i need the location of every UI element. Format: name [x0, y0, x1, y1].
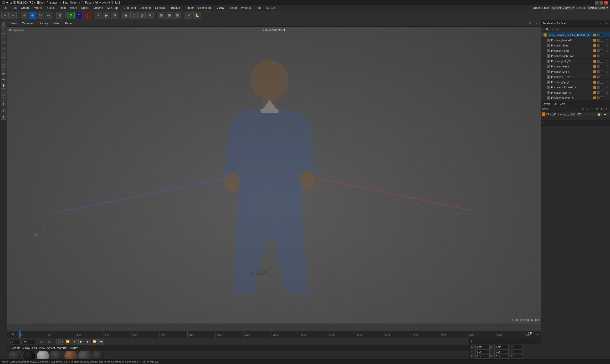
scale-tool-button[interactable]: ⇔ — [45, 12, 52, 19]
menu-simulate[interactable]: Simulate — [153, 6, 168, 10]
menu-select[interactable]: Select — [45, 6, 56, 10]
vp-pin[interactable]: 📌 — [528, 21, 532, 26]
next-frame-button[interactable]: ⏩ — [92, 339, 97, 344]
add-tool-button[interactable]: ⊞ — [56, 12, 63, 19]
layer-cam-0[interactable]: 📷 — [577, 113, 582, 116]
menu-create[interactable]: Create — [19, 6, 31, 10]
sidebar-spline[interactable]: ~ — [1, 89, 6, 95]
sidebar-select[interactable]: □ — [1, 27, 6, 33]
move-tool-button[interactable]: ✛ — [21, 12, 28, 19]
timeline-expand[interactable]: ▲ — [534, 331, 541, 338]
obj-row-headAF[interactable]: ⚙ Prisoner_headAF ⋮⋮ — [541, 38, 610, 43]
sidebar-object[interactable]: ⊙ — [1, 64, 6, 70]
rotate-tool-button[interactable]: ↻ — [37, 12, 44, 19]
snapping-button[interactable]: ⊠ — [166, 12, 173, 19]
obj-row-gum[interactable]: ⚙ Prisoner_gum_A ⋮⋮ — [541, 90, 610, 95]
coord-x-input[interactable] — [475, 345, 490, 349]
mat-menu-vray[interactable]: V-Ray — [22, 346, 30, 350]
attr-menu-icon[interactable]: ≡ — [543, 121, 544, 124]
obj-row-subdivision[interactable]: ⊞ Black_Prisoner_in_Blue_Uniform_A_Pose … — [541, 32, 610, 38]
obj-row-c-eye-r[interactable]: ⚙ Prisoner_C_Eye_R ⋮⋮ — [541, 74, 610, 79]
obj-row-hands[interactable]: ⚙ Prisoner_hands ⋮⋮ — [541, 64, 610, 69]
sidebar-nurbs[interactable]: S — [1, 95, 6, 101]
select-tool-button[interactable]: ⊕ — [29, 12, 36, 19]
menu-arnold[interactable]: Arnold — [227, 6, 239, 10]
go-end-button[interactable]: ⏭ — [98, 339, 104, 344]
sidebar-tag[interactable]: ♦ — [1, 114, 6, 120]
obj-row-eye-r[interactable]: ⚙ Prisoner_Eye_R ⋮⋮ — [541, 69, 610, 74]
coord-p-input[interactable] — [513, 350, 523, 354]
vp-expand[interactable]: ⛶ — [521, 21, 526, 26]
layers-tab[interactable]: Layers — [543, 103, 550, 105]
obj-mgr-add[interactable]: ✓ — [598, 21, 603, 26]
coord-sx-input[interactable] — [494, 345, 509, 349]
polygon-mode-button[interactable]: ◉ — [122, 12, 130, 19]
layer-animate-0[interactable]: ▶ — [604, 113, 609, 116]
mat-menu-edit[interactable]: Edit — [32, 346, 37, 350]
menu-file[interactable]: File — [1, 6, 9, 10]
obj-bookmark[interactable]: ★ — [556, 27, 560, 32]
layout-select[interactable]: Startup (User) — [587, 6, 609, 10]
coord-y-input[interactable] — [475, 350, 490, 354]
menu-mograph[interactable]: MoGraph — [105, 6, 121, 10]
obj-tags-btn[interactable]: ⊡ — [550, 27, 555, 32]
coord-h-input[interactable] — [513, 345, 523, 349]
obj-mgr-close[interactable]: ✕ — [604, 21, 609, 26]
menu-modes[interactable]: Modes — [32, 6, 44, 10]
prev-key-button[interactable]: ⏴ — [72, 339, 78, 344]
obj-row-tongue[interactable]: ⚙ Prisoner_tongue_A ⋮⋮ — [541, 95, 610, 101]
frame-input[interactable] — [23, 339, 35, 344]
close-button[interactable]: ✕ — [604, 1, 608, 4]
obj-row-left-top[interactable]: ⚙ Prisoner_Left_Top ⋮⋮ — [541, 59, 610, 64]
menu-character[interactable]: Character — [121, 6, 138, 10]
viewport[interactable]: View Cameras Display Filter Panel ⛶ 📌 ✕ — [7, 20, 541, 324]
grid-button[interactable]: ⊞ — [158, 12, 165, 19]
menu-extensions[interactable]: Extensions — [196, 6, 214, 10]
layer-lock-0[interactable]: 🔒 — [597, 113, 602, 116]
viewport-content[interactable]: Z X Y — [7, 27, 541, 324]
sidebar-deformer[interactable]: ⊛ — [1, 108, 6, 113]
mat-menu-material[interactable]: Material — [57, 346, 67, 350]
y-axis-button[interactable]: Y — [76, 12, 83, 19]
sidebar-point[interactable]: · — [1, 58, 6, 64]
layer-motion-0[interactable] — [590, 113, 595, 116]
menu-3dtoall[interactable]: 3DToAll — [264, 6, 278, 10]
play-button[interactable]: ▶ — [79, 339, 84, 344]
go-start-button[interactable]: ⏮ — [58, 339, 64, 344]
vp-menu-view[interactable]: View — [9, 21, 18, 26]
layer-row-0[interactable]: Black_Prisoner_in_Blue_Uniform_A_Pose 📷 … — [541, 112, 610, 117]
settings-button[interactable]: ⚙ — [111, 12, 118, 19]
sidebar-move[interactable]: ⊕ — [1, 21, 6, 27]
z-axis-button[interactable]: Z — [84, 12, 91, 19]
obj-row-pants[interactable]: ⚙ Prisoner_Pants ⋮⋮ — [541, 48, 610, 53]
vp-menu-cameras[interactable]: Cameras — [21, 21, 35, 26]
x-axis-button[interactable]: X — [67, 12, 75, 19]
layers-edit-tab[interactable]: Edit — [553, 103, 557, 105]
undo-button[interactable]: ↩ — [1, 12, 9, 19]
obj-row-c-eye-l[interactable]: ⚙ Prisoner_C_Eye_L ⋮⋮ — [541, 101, 610, 101]
vp-menu-panel[interactable]: Panel — [64, 21, 74, 26]
menu-render[interactable]: Render — [183, 6, 196, 10]
menu-tools[interactable]: Tools — [57, 6, 67, 10]
coord-sy-input[interactable] — [494, 350, 509, 354]
sidebar-poly[interactable]: ⬡ — [1, 46, 6, 52]
sidebar-camera[interactable]: 📷 — [1, 77, 6, 82]
menu-help[interactable]: Help — [254, 6, 263, 10]
coord-b-input[interactable] — [513, 354, 523, 359]
vp-close[interactable]: ✕ — [534, 21, 539, 26]
layers-view-tab[interactable]: View — [560, 103, 565, 105]
menu-mesh[interactable]: Mesh — [68, 6, 79, 10]
vp-menu-filter[interactable]: Filter — [52, 21, 61, 26]
vp-menu-display[interactable]: Display — [37, 21, 49, 26]
obj-filter-search[interactable]: 🔍 — [545, 27, 550, 32]
menu-spline[interactable]: Spline — [80, 6, 91, 10]
mat-menu-texture[interactable]: Texture — [69, 346, 78, 350]
obj-render-sq[interactable] — [600, 34, 603, 37]
object-mode-button[interactable]: ⊕ — [146, 12, 154, 19]
current-frame-input[interactable] — [9, 339, 21, 344]
maximize-button[interactable]: □ — [599, 1, 603, 4]
sidebar-scale[interactable]: ⇔ — [1, 39, 6, 45]
sidebar-rotate[interactable]: ↻ — [1, 33, 6, 39]
layer-vis-0[interactable] — [570, 113, 575, 116]
mat-menu-view[interactable]: View — [39, 346, 45, 350]
